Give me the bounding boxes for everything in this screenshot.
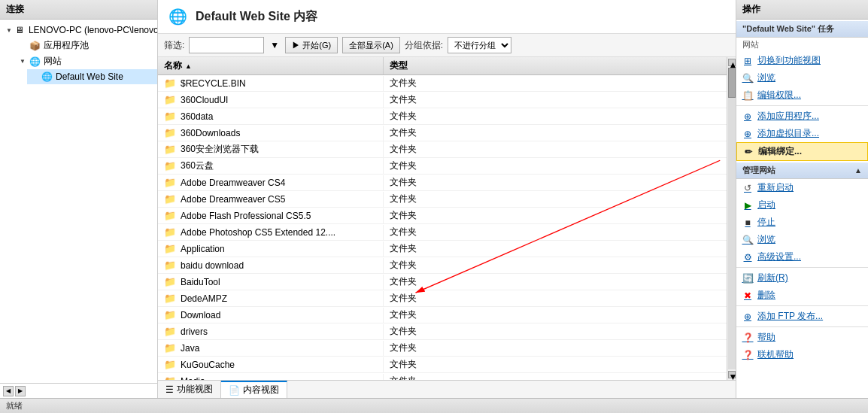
file-name-cell: 📁DedeAMPZ xyxy=(158,291,384,306)
scroll-right-btn[interactable]: ▶ xyxy=(15,386,26,396)
tree-item-computer[interactable]: ▼ 🖥 LENOVO-PC (lenovo-PC\lenovo) xyxy=(3,23,157,38)
file-list-header: 名称 ▲ 类型 xyxy=(158,57,727,75)
file-name-cell: 📁Java xyxy=(158,341,384,356)
folder-icon: 📁 xyxy=(164,177,176,189)
left-scroll-buttons: ◀ ▶ xyxy=(0,386,157,396)
action-edit-bindings[interactable]: ✏ 编辑绑定... xyxy=(736,142,868,161)
file-name-text: Java xyxy=(181,343,199,354)
sites-expand-icon[interactable]: ▼ xyxy=(18,57,27,66)
scroll-thumb[interactable] xyxy=(728,68,736,98)
tree-label-sites: 网站 xyxy=(44,55,62,68)
action-help[interactable]: ❓ 帮助 xyxy=(736,329,868,346)
manage-collapse-arrow[interactable]: ▲ xyxy=(854,166,862,175)
table-row[interactable]: 📁$RECYCLE.BIN文件夹 xyxy=(158,75,727,92)
tree-label-computer: LENOVO-PC (lenovo-PC\lenovo) xyxy=(29,25,157,35)
action-browse[interactable]: 🔍 浏览 xyxy=(736,69,868,87)
section-title-manage: 管理网站 ▲ xyxy=(736,162,868,179)
action-online-help[interactable]: ❓ 联机帮助 xyxy=(736,346,868,363)
file-name-cell: 📁Adobe Photoshop CS5 Extended 12.... xyxy=(158,225,384,240)
sites-icon: 🌐 xyxy=(29,56,41,68)
scroll-up-btn[interactable]: ▲ xyxy=(728,59,736,66)
start-button[interactable]: ▶ 开始(G) xyxy=(285,37,338,53)
table-row[interactable]: 📁drivers文件夹 xyxy=(158,323,727,340)
table-row[interactable]: 📁Media文件夹 xyxy=(158,373,727,380)
left-panel: 连接 ▼ 🖥 LENOVO-PC (lenovo-PC\lenovo) 📦 应用… xyxy=(0,0,158,398)
file-name-text: 360安全浏览器下载 xyxy=(181,143,259,156)
col-type[interactable]: 类型 xyxy=(384,57,727,74)
help-icon: ❓ xyxy=(742,333,753,343)
table-row[interactable]: 📁Adobe Photoshop CS5 Extended 12....文件夹 xyxy=(158,224,727,241)
table-row[interactable]: 📁Adobe Dreamweaver CS4文件夹 xyxy=(158,175,727,191)
action-delete[interactable]: ✖ 删除 xyxy=(736,287,868,304)
section-title-tasks: "Default Web Site" 任务 xyxy=(736,21,868,38)
action-browse2[interactable]: 🔍 浏览 xyxy=(736,231,868,248)
table-row[interactable]: 📁BaiduTool文件夹 xyxy=(158,274,727,290)
action-add-app[interactable]: ⊕ 添加应用程序... xyxy=(736,108,868,125)
table-row[interactable]: 📁baidu download文件夹 xyxy=(158,257,727,274)
status-bar: 就绪 xyxy=(0,398,868,413)
table-row[interactable]: 📁Application文件夹 xyxy=(158,241,727,257)
right-panel: 操作 "Default Web Site" 任务 网站 ⊞ 切换到功能视图 🔍 … xyxy=(736,0,868,398)
filter-input[interactable] xyxy=(189,37,264,53)
file-type-cell: 文件夹 xyxy=(384,241,727,257)
file-type-cell: 文件夹 xyxy=(384,340,727,356)
table-row[interactable]: 📁Adobe Flash Professional CS5.5文件夹 xyxy=(158,208,727,224)
file-name-text: drivers xyxy=(181,326,208,337)
tree-item-sites[interactable]: ▼ 🌐 网站 xyxy=(15,53,157,69)
add-ftp-icon: ⊕ xyxy=(742,311,753,322)
scroll-left-btn[interactable]: ◀ xyxy=(3,386,14,396)
table-row[interactable]: 📁360data文件夹 xyxy=(158,108,727,125)
folder-icon: 📁 xyxy=(164,326,176,338)
file-type-cell: 文件夹 xyxy=(384,108,727,124)
table-row[interactable]: 📁360安全浏览器下载文件夹 xyxy=(158,141,727,158)
filter-label: 筛选: xyxy=(164,39,184,52)
table-row[interactable]: 📁DedeAMPZ文件夹 xyxy=(158,290,727,307)
table-row[interactable]: 📁KuGouCache文件夹 xyxy=(158,357,727,373)
folder-icon: 📁 xyxy=(164,111,176,123)
start-icon: ▶ xyxy=(742,200,753,211)
file-name-text: 360CloudUI xyxy=(181,95,228,105)
folder-icon: 📁 xyxy=(164,359,176,371)
table-row[interactable]: 📁360CloudUI文件夹 xyxy=(158,92,727,108)
file-name-cell: 📁drivers xyxy=(158,324,384,339)
tree-item-apppool[interactable]: 📦 应用程序池 xyxy=(15,38,157,53)
action-restart[interactable]: ↺ 重新启动 xyxy=(736,179,868,196)
table-row[interactable]: 📁360云盘文件夹 xyxy=(158,158,727,175)
folder-icon: 📁 xyxy=(164,293,176,305)
folder-icon: 📁 xyxy=(164,160,176,172)
table-row[interactable]: 📁Java文件夹 xyxy=(158,340,727,357)
tab-content-view[interactable]: 📄 内容视图 xyxy=(221,381,287,398)
action-edit-permissions[interactable]: 📋 编辑权限... xyxy=(736,87,868,104)
col-name[interactable]: 名称 ▲ xyxy=(158,57,384,74)
folder-icon: 📁 xyxy=(164,144,176,156)
action-refresh[interactable]: 🔄 刷新(R) xyxy=(736,269,868,287)
action-switch-feature[interactable]: ⊞ 切换到功能视图 xyxy=(736,52,868,69)
apppool-icon: 📦 xyxy=(29,40,41,52)
file-name-cell: 📁Adobe Dreamweaver CS5 xyxy=(158,192,384,207)
tree-item-default-site[interactable]: 🌐 Default Web Site xyxy=(27,69,157,84)
file-name-cell: 📁KuGouCache xyxy=(158,357,384,372)
table-row[interactable]: 📁Download文件夹 xyxy=(158,307,727,323)
content-header-icon: 🌐 xyxy=(165,5,190,29)
file-name-text: Download xyxy=(181,310,220,320)
file-name-text: Application xyxy=(181,244,225,254)
action-start[interactable]: ▶ 启动 xyxy=(736,196,868,214)
action-advanced[interactable]: ⚙ 高级设置... xyxy=(736,248,868,266)
group-by-select[interactable]: 不进行分组 xyxy=(448,37,511,53)
file-name-cell: 📁360云盘 xyxy=(158,158,384,174)
file-type-cell: 文件夹 xyxy=(384,307,727,323)
show-all-button[interactable]: 全部显示(A) xyxy=(342,37,400,53)
action-add-virtual[interactable]: ⊕ 添加虚拟目录... xyxy=(736,125,868,142)
table-row[interactable]: 📁360Downloads文件夹 xyxy=(158,125,727,141)
scroll-down-btn[interactable]: ▼ xyxy=(728,371,736,378)
file-list: 名称 ▲ 类型 📁$RECYCLE.BIN文件夹📁360CloudUI文件夹📁3… xyxy=(158,57,727,380)
action-stop[interactable]: ■ 停止 xyxy=(736,214,868,231)
table-row[interactable]: 📁Adobe Dreamweaver CS5文件夹 xyxy=(158,191,727,208)
scrollbar[interactable]: ▲ ▼ xyxy=(727,57,736,380)
tab-feature-view[interactable]: ☰ 功能视图 xyxy=(158,381,221,398)
file-name-text: Adobe Flash Professional CS5.5 xyxy=(181,211,311,221)
expand-icon[interactable]: ▼ xyxy=(6,26,12,35)
connections-tree: ▼ 🖥 LENOVO-PC (lenovo-PC\lenovo) 📦 应用程序池… xyxy=(0,20,157,383)
action-add-ftp[interactable]: ⊕ 添加 FTP 发布... xyxy=(736,308,868,325)
file-type-cell: 文件夹 xyxy=(384,158,727,174)
